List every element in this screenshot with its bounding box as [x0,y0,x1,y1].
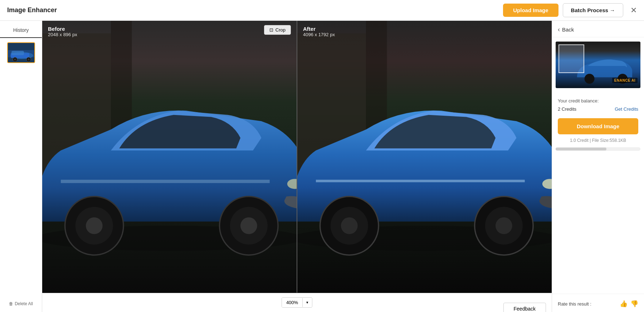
thumbnail-image [8,43,34,62]
upload-image-button[interactable]: Upload Image [503,4,558,17]
zoom-control: 400% ▾ [282,297,312,308]
after-car-svg [297,21,552,293]
history-thumbnail[interactable] [7,42,35,63]
back-button[interactable]: ‹ Back [552,21,644,37]
svg-rect-25 [316,180,525,182]
credit-section: Your credit balance: 2 Credits Get Credi… [552,92,644,115]
crop-button[interactable]: ⊡ Crop [264,25,291,35]
crop-icon: ⊡ [269,27,273,33]
before-car-svg [42,21,297,293]
credit-count: 2 Credits [558,106,576,112]
before-label: Before 2048 x 896 px [48,26,77,37]
after-title: After [303,26,335,32]
before-panel: Before 2048 x 896 px ⊡ Crop [42,21,297,293]
feedback-button[interactable]: Feedback [503,303,546,312]
after-image [297,21,552,293]
zoom-arrow-button[interactable]: ▾ [302,298,312,307]
svg-point-8 [28,58,30,61]
preview-container: ENANCE AI [552,37,644,92]
back-label: Back [562,27,574,33]
rate-buttons: 👍 👎 [620,300,638,308]
rate-section: Rate this result : 👍 👎 [552,294,644,312]
delete-all-label: Delete All [15,301,33,306]
sidebar-item-history[interactable]: History [0,21,42,38]
after-panel: After 4096 x 1792 px [297,21,552,293]
before-title: Before [48,26,77,32]
after-size: 4096 x 1792 px [303,32,335,37]
preview-watermark: ENANCE AI [612,78,638,83]
preview-image: ENANCE AI [556,42,640,88]
main-layout: History 🗑 Delete All [0,21,644,312]
comparison-area: Before 2048 x 896 px ⊡ Crop [42,21,552,312]
sidebar-footer: 🗑 Delete All [9,297,33,312]
scrollbar-area[interactable] [556,147,640,151]
thumbs-up-button[interactable]: 👍 [620,300,628,308]
watermark-text: E [614,78,617,82]
svg-rect-13 [61,180,270,183]
get-credits-link[interactable]: Get Credits [615,106,638,112]
scrollbar-thumb [556,148,606,150]
svg-point-31 [496,217,512,234]
delete-all-button[interactable]: 🗑 Delete All [9,301,33,306]
svg-point-16 [86,217,103,234]
thumbnail-car-svg [8,43,34,62]
bottom-bar: 400% ▾ Feedback [42,293,552,312]
file-info: 1.0 Credit | File Size:558.1KB [552,136,644,147]
after-label: After 4096 x 1792 px [303,26,335,37]
credit-row: 2 Credits Get Credits [558,106,638,112]
download-image-button[interactable]: Download Image [558,118,638,134]
before-image [42,21,297,293]
close-button[interactable]: ✕ [630,6,637,15]
svg-point-28 [341,217,358,234]
header: Image Enhancer Upload Image Batch Proces… [0,0,644,21]
comparison-inner: Before 2048 x 896 px ⊡ Crop [42,21,552,293]
thumbs-down-button[interactable]: 👎 [630,300,638,308]
header-left: Image Enhancer [7,6,57,14]
app-title: Image Enhancer [7,6,57,14]
svg-point-34 [585,74,595,84]
preview-selection-box [558,44,584,73]
svg-point-19 [240,217,257,234]
sidebar: History 🗑 Delete All [0,21,42,312]
svg-rect-4 [11,51,24,55]
batch-process-button[interactable]: Batch Process → [563,3,623,17]
back-arrow-icon: ‹ [558,26,560,33]
delete-icon: 🗑 [9,301,13,306]
before-size: 2048 x 896 px [48,32,77,37]
rate-label: Rate this result : [558,301,591,307]
credit-balance-label: Your credit balance: [558,98,638,104]
watermark-highlight: N [617,78,620,82]
zoom-value: 400% [282,298,302,307]
svg-point-7 [14,58,16,61]
header-right: Upload Image Batch Process → ✕ [503,3,637,17]
right-panel: ‹ Back [552,21,644,312]
crop-label: Crop [275,27,286,33]
